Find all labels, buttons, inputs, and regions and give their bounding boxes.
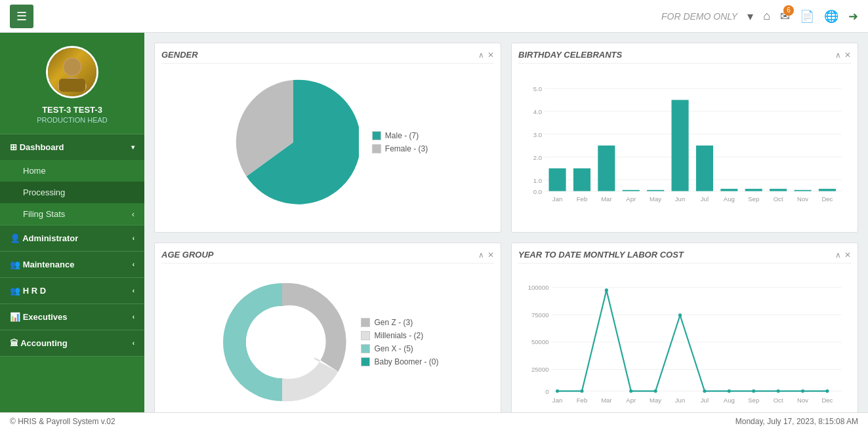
- age-group-close-btn[interactable]: ✕: [487, 250, 494, 260]
- labor-collapse-btn[interactable]: ∧: [835, 250, 841, 260]
- gender-pie-container: Male - (7) Female - (3): [161, 70, 494, 214]
- accounting-icon: 🏛 Accounting: [10, 338, 68, 348]
- age-group-card-header: AGE GROUP ∧ ✕: [161, 250, 494, 264]
- dot-jan: [556, 389, 559, 393]
- svg-text:3.0: 3.0: [533, 131, 542, 138]
- labor-cost-card-header: YEAR TO DATE MONTHLY LABOR COST ∧ ✕: [518, 250, 851, 264]
- babyboomer-legend-label: Baby Boomer - (0): [374, 357, 438, 366]
- millenials-legend-color: [361, 331, 370, 340]
- age-group-collapse-btn[interactable]: ∧: [478, 250, 484, 260]
- gender-collapse-btn[interactable]: ∧: [478, 50, 484, 60]
- sidebar-item-home[interactable]: Home: [0, 160, 144, 182]
- genx-legend-item: Gen X - (5): [361, 344, 438, 353]
- svg-point-2: [64, 58, 81, 75]
- sidebar-item-filing-stats[interactable]: Filing Stats ‹: [0, 203, 144, 225]
- home-icon[interactable]: ⌂: [763, 9, 770, 23]
- bar-oct: [770, 189, 787, 191]
- charts-grid: GENDER ∧ ✕: [154, 43, 858, 412]
- document-icon[interactable]: 📄: [800, 9, 814, 24]
- birthday-collapse-btn[interactable]: ∧: [835, 50, 841, 60]
- dashboard-icon: ⊞ Dashboard: [10, 142, 64, 152]
- birthday-close-btn[interactable]: ✕: [844, 50, 851, 60]
- maintenance-icon: 👥 Maintenance: [10, 260, 74, 269]
- svg-text:May: May: [650, 195, 661, 203]
- labor-cost-chart-title: YEAR TO DATE MONTHLY LABOR COST: [518, 250, 684, 260]
- gender-card-controls: ∧ ✕: [478, 50, 494, 60]
- main-layout: TEST-3 TEST-3 PRODUCTION HEAD ⊞ Dashboar…: [0, 33, 868, 412]
- dropdown-icon[interactable]: ▾: [747, 9, 753, 24]
- svg-text:Dec: Dec: [821, 195, 833, 203]
- sidebar-item-dashboard[interactable]: ⊞ Dashboard ▾: [0, 134, 144, 160]
- age-group-chart-title: AGE GROUP: [161, 250, 213, 260]
- labor-close-btn[interactable]: ✕: [844, 250, 851, 260]
- chevron-left-icon-exec: ‹: [133, 313, 134, 321]
- millenials-legend-label: Millenials - (2): [374, 331, 423, 340]
- bar-feb: [573, 168, 590, 191]
- avatar-image: [48, 48, 96, 96]
- age-group-legend: Gen Z - (3) Millenials - (2) Gen X - (5): [361, 318, 438, 366]
- sidebar-item-hrd[interactable]: 👥 H R D ‹: [0, 278, 144, 303]
- dot-sep: [752, 389, 755, 393]
- babyboomer-legend-color: [361, 357, 370, 366]
- executives-icon: 📊 Executives: [10, 312, 68, 322]
- birthday-card-controls: ∧ ✕: [835, 50, 851, 60]
- sidebar-item-executives[interactable]: 📊 Executives ‹: [0, 304, 144, 330]
- sidebar-menu: ⊞ Dashboard ▾ Home Processing Filing Sta…: [0, 134, 144, 412]
- menu-toggle-button[interactable]: ☰: [10, 5, 33, 28]
- birthday-chart-title: BIRTHDAY CELEBRANTS: [518, 50, 622, 60]
- user-section: TEST-3 TEST-3 PRODUCTION HEAD: [0, 33, 144, 134]
- svg-text:4.0: 4.0: [533, 108, 542, 115]
- female-legend-item: Female - (3): [372, 144, 428, 153]
- svg-text:Jun: Jun: [675, 397, 685, 404]
- chevron-down-icon: ▾: [131, 144, 134, 151]
- sidebar-item-processing[interactable]: Processing: [0, 182, 144, 203]
- svg-text:Aug: Aug: [724, 195, 735, 203]
- hrd-icon: 👥 H R D: [10, 286, 46, 296]
- labor-cost-line-svg: 100000 75000 50000 25000 0: [525, 273, 844, 412]
- chevron-left-icon-maint: ‹: [133, 261, 134, 268]
- svg-text:Oct: Oct: [774, 397, 783, 404]
- bar-jul: [696, 146, 713, 191]
- footer: © HRIS & Payroll System v.02 Monday, Jul…: [0, 412, 868, 430]
- svg-text:75000: 75000: [531, 311, 549, 319]
- svg-text:Aug: Aug: [724, 397, 735, 404]
- dot-jul: [703, 389, 706, 393]
- svg-text:2.0: 2.0: [533, 154, 542, 161]
- svg-text:1.0: 1.0: [533, 177, 542, 184]
- dot-mar: [605, 288, 608, 292]
- sidebar-item-accounting[interactable]: 🏛 Accounting ‹: [0, 330, 144, 356]
- sidebar-item-administrator[interactable]: 👤 Administrator ‹: [0, 225, 144, 251]
- genz-legend-label: Gen Z - (3): [374, 318, 413, 327]
- dot-jun: [678, 313, 682, 317]
- male-legend-color: [372, 131, 381, 140]
- svg-text:25000: 25000: [531, 366, 549, 373]
- menu-section-maintenance: 👥 Maintenance ‹: [0, 252, 144, 278]
- bar-aug: [720, 189, 737, 191]
- svg-text:May: May: [650, 397, 661, 404]
- bar-apr: [623, 190, 640, 191]
- globe-icon[interactable]: 🌐: [824, 9, 838, 24]
- gender-close-btn[interactable]: ✕: [487, 50, 494, 60]
- bar-sep: [745, 189, 762, 191]
- birthday-card-header: BIRTHDAY CELEBRANTS ∧ ✕: [518, 50, 851, 64]
- mail-icon[interactable]: ✉ 6: [780, 9, 790, 24]
- male-legend-item: Male - (7): [372, 131, 428, 140]
- sidebar: TEST-3 TEST-3 PRODUCTION HEAD ⊞ Dashboar…: [0, 33, 144, 412]
- bar-may: [647, 190, 664, 191]
- gender-legend: Male - (7) Female - (3): [372, 131, 428, 153]
- admin-icon: 👤 Administrator: [10, 233, 78, 243]
- labor-cost-card-controls: ∧ ✕: [835, 250, 851, 260]
- svg-text:Jan: Jan: [552, 195, 562, 203]
- age-group-donut-container: Gen Z - (3) Millenials - (2) Gen X - (5): [161, 270, 494, 412]
- svg-text:100000: 100000: [528, 284, 549, 291]
- birthday-bar-container: 5.0 4.0 3.0 2.0 1.0 0.0: [518, 70, 851, 224]
- svg-rect-3: [59, 79, 85, 92]
- babyboomer-legend-item: Baby Boomer - (0): [361, 357, 438, 366]
- notification-badge: 6: [783, 5, 794, 16]
- logout-icon[interactable]: ➜: [848, 9, 858, 24]
- user-role: PRODUCTION HEAD: [7, 116, 138, 124]
- male-legend-label: Male - (7): [385, 131, 419, 140]
- gender-chart-card: GENDER ∧ ✕: [154, 43, 501, 233]
- labor-cost-line-container: 100000 75000 50000 25000 0: [518, 270, 851, 412]
- sidebar-item-maintenance[interactable]: 👥 Maintenance ‹: [0, 252, 144, 277]
